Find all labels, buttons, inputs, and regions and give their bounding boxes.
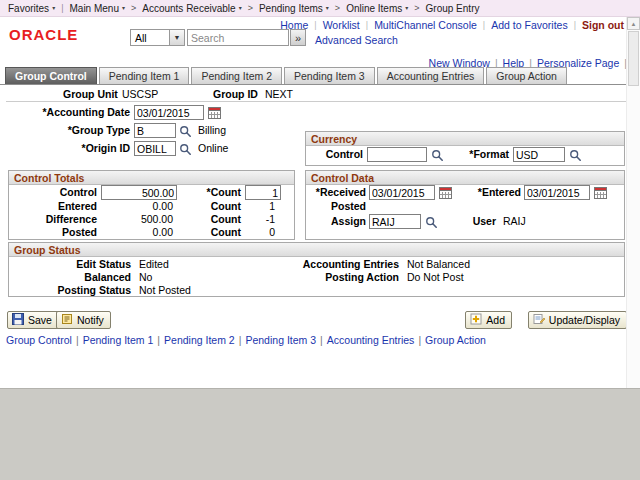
dropdown-arrow-icon: ▾ xyxy=(52,5,55,11)
notify-button[interactable]: Notify xyxy=(56,311,111,329)
footer-link-group-control[interactable]: Group Control xyxy=(6,334,72,346)
breadcrumb-online-items-label: Online Items xyxy=(346,3,402,14)
posting-action-label: Posting Action xyxy=(189,272,399,283)
control-data-title: Control Data xyxy=(306,171,624,185)
control-amount-input[interactable] xyxy=(101,185,177,200)
received-label: *Received xyxy=(306,187,366,198)
entered-amount-value: 0.00 xyxy=(101,201,173,212)
notify-icon xyxy=(61,313,73,327)
save-button[interactable]: Save xyxy=(7,311,59,329)
dropdown-arrow-icon: ▾ xyxy=(405,5,408,11)
link-separator: | xyxy=(76,334,79,346)
currency-format-label: *Format xyxy=(426,149,509,160)
currency-format-lookup-icon[interactable] xyxy=(568,148,582,162)
control-amount-label: Control xyxy=(9,187,97,198)
group-id-label: Group ID xyxy=(213,89,258,100)
control-count-label: *Count xyxy=(181,187,241,198)
tab-pending-item-2[interactable]: Pending Item 2 xyxy=(191,67,282,85)
balanced-value: No xyxy=(139,272,152,283)
add-to-favorites-link[interactable]: Add to Favorites xyxy=(491,19,567,31)
breadcrumb-favorites[interactable]: Favorites ▾ xyxy=(8,3,55,14)
save-icon xyxy=(12,313,24,327)
breadcrumb-pending-items[interactable]: Pending Items ▾ xyxy=(259,3,329,14)
tab-group-control[interactable]: Group Control xyxy=(5,67,97,85)
tab-pending-item-3[interactable]: Pending Item 3 xyxy=(284,67,375,85)
advanced-search-link[interactable]: Advanced Search xyxy=(315,34,398,46)
accounting-date-calendar-icon[interactable] xyxy=(207,105,221,119)
accounting-date-input[interactable] xyxy=(134,105,204,120)
control-count-input[interactable] xyxy=(245,185,281,200)
update-display-button[interactable]: Update/Display xyxy=(528,311,627,329)
group-status-body: Edit Status Edited Accounting Entries No… xyxy=(9,257,624,296)
received-date-input[interactable] xyxy=(369,185,435,200)
currency-control-input[interactable] xyxy=(367,147,427,162)
link-separator: | xyxy=(574,20,576,30)
breadcrumb-chevron-icon: > xyxy=(131,3,136,13)
update-display-button-label: Update/Display xyxy=(549,314,620,326)
control-data-body: *Received *Entered Posted Assign User RA… xyxy=(306,185,624,239)
group-unit-value: USCSP xyxy=(122,89,158,100)
edit-status-label: Edit Status xyxy=(9,259,131,270)
breadcrumb-separator: | xyxy=(61,3,63,13)
tab-pending-item-1[interactable]: Pending Item 1 xyxy=(99,67,190,85)
assign-input[interactable] xyxy=(369,214,421,229)
posted-label: Posted xyxy=(306,201,366,212)
search-scope-select[interactable]: All xyxy=(130,29,170,46)
origin-id-lookup-icon[interactable] xyxy=(178,142,192,156)
currency-groupbox: Currency Control *Format xyxy=(305,131,625,166)
breadcrumb-group-entry: Group Entry xyxy=(426,3,480,14)
breadcrumb-main-menu-label: Main Menu xyxy=(69,3,118,14)
posted-count-value: 0 xyxy=(205,227,275,238)
origin-id-input[interactable] xyxy=(134,141,176,156)
dropdown-arrow-icon: ▾ xyxy=(326,5,329,11)
origin-id-description: Online xyxy=(198,143,228,154)
entered-date-calendar-icon[interactable] xyxy=(593,185,607,199)
tab-accounting-entries[interactable]: Accounting Entries xyxy=(377,67,485,85)
posting-status-label: Posting Status xyxy=(9,285,131,296)
currency-format-input[interactable] xyxy=(513,147,565,162)
accounting-date-label: *Accounting Date xyxy=(0,107,130,118)
footer-link-pending-item-2[interactable]: Pending Item 2 xyxy=(164,334,235,346)
group-id-value: NEXT xyxy=(265,89,293,100)
breadcrumb-favorites-label: Favorites xyxy=(8,3,49,14)
footer-link-accounting-entries[interactable]: Accounting Entries xyxy=(327,334,415,346)
save-button-label: Save xyxy=(28,314,52,326)
link-separator: | xyxy=(320,334,323,346)
footer-link-pending-item-3[interactable]: Pending Item 3 xyxy=(245,334,316,346)
scrollbar-up-icon[interactable]: ▲ xyxy=(627,17,640,30)
entered-amount-label: Entered xyxy=(9,201,97,212)
breadcrumb-chevron-icon: > xyxy=(335,3,340,13)
add-button[interactable]: Add xyxy=(465,311,512,329)
user-label: User xyxy=(436,216,496,227)
link-separator: | xyxy=(239,334,242,346)
tab-group-action[interactable]: Group Action xyxy=(486,67,567,85)
footer-link-pending-item-1[interactable]: Pending Item 1 xyxy=(83,334,154,346)
link-separator: | xyxy=(483,20,485,30)
group-type-description: Billing xyxy=(198,125,226,136)
scrollbar-thumb[interactable] xyxy=(628,31,639,86)
breadcrumb-chevron-icon: > xyxy=(414,3,419,13)
group-status-title: Group Status xyxy=(9,243,624,257)
sign-out-link[interactable]: Sign out xyxy=(582,19,624,31)
group-type-lookup-icon[interactable] xyxy=(178,124,192,138)
breadcrumb-online-items[interactable]: Online Items ▾ xyxy=(346,3,408,14)
posted-amount-label: Posted xyxy=(9,227,97,238)
add-button-label: Add xyxy=(486,314,505,326)
entered-date-input[interactable] xyxy=(524,185,590,200)
assign-label: Assign xyxy=(306,216,366,227)
footer-link-group-action[interactable]: Group Action xyxy=(425,334,486,346)
group-type-input[interactable] xyxy=(134,123,176,138)
search-go-button[interactable]: » xyxy=(290,29,306,46)
breadcrumb-accounts-receivable[interactable]: Accounts Receivable ▾ xyxy=(142,3,241,14)
entered-date-label: *Entered xyxy=(451,187,521,198)
breadcrumb-main-menu[interactable]: Main Menu ▾ xyxy=(69,3,124,14)
dropdown-arrow-icon: ▾ xyxy=(239,5,242,11)
link-separator: | xyxy=(418,334,421,346)
received-date-calendar-icon[interactable] xyxy=(438,185,452,199)
breadcrumb-accounts-receivable-label: Accounts Receivable xyxy=(142,3,235,14)
search-scope-arrow-icon[interactable]: ▼ xyxy=(170,29,185,46)
dropdown-arrow-icon: ▾ xyxy=(122,5,125,11)
search-input[interactable] xyxy=(187,29,289,46)
page-link-bar: Group Control | Pending Item 1 | Pending… xyxy=(6,334,486,346)
breadcrumb-pending-items-label: Pending Items xyxy=(259,3,323,14)
